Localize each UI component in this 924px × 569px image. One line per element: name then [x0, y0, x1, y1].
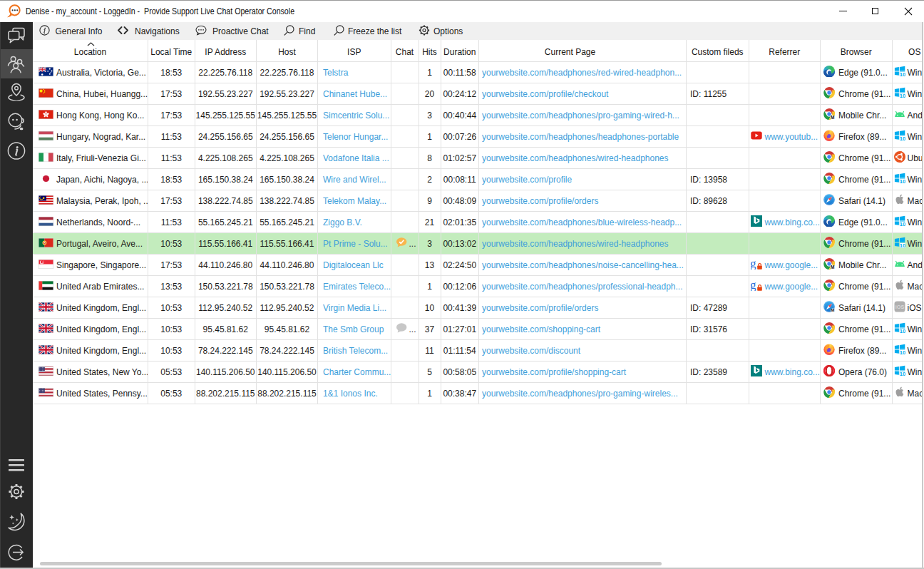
svg-text:M: M: [831, 308, 835, 312]
svg-text:iOS: iOS: [895, 304, 904, 310]
svg-text:10: 10: [899, 349, 905, 355]
svg-text:10: 10: [899, 221, 905, 227]
svg-text:10: 10: [899, 93, 905, 98]
svg-text:10: 10: [899, 178, 905, 184]
svg-text:M: M: [831, 265, 834, 270]
svg-text:g: g: [751, 280, 756, 291]
svg-text:10: 10: [899, 371, 905, 376]
svg-text:10: 10: [899, 135, 905, 141]
svg-text:10: 10: [899, 242, 905, 248]
svg-text:10: 10: [899, 71, 905, 77]
svg-text:g: g: [751, 258, 756, 270]
svg-text:10: 10: [899, 328, 905, 334]
svg-text:M: M: [831, 115, 834, 120]
